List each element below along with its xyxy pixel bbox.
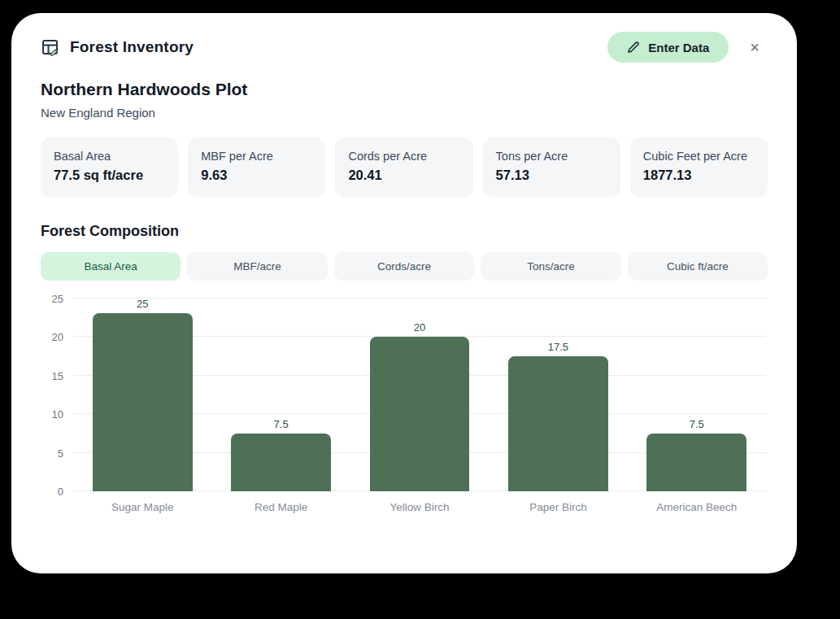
stats-row: Basal Area 77.5 sq ft/acre MBF per Acre … xyxy=(41,137,768,197)
table-edit-icon xyxy=(41,37,60,57)
bar-column: 17.5 xyxy=(489,299,627,491)
x-axis-category-label: American Beech xyxy=(628,501,766,525)
stat-value: 77.5 sq ft/acre xyxy=(54,168,165,183)
window-header: Forest Inventory Enter Data × xyxy=(29,31,779,63)
x-axis-category-label: Sugar Maple xyxy=(73,501,211,525)
tab-cords-acre[interactable]: Cords/acre xyxy=(334,252,474,281)
bar-column: 25 xyxy=(73,299,211,491)
stat-value: 9.63 xyxy=(201,168,312,183)
page-title: Forest Inventory xyxy=(70,38,194,56)
stat-value: 57.13 xyxy=(496,168,607,183)
bar-column: 7.5 xyxy=(211,299,350,491)
section-title: Forest Composition xyxy=(41,223,768,240)
x-axis-category-label: Yellow Birch xyxy=(350,501,489,525)
forest-inventory-window: Forest Inventory Enter Data × Northern H… xyxy=(11,13,797,573)
stat-label: Tons per Acre xyxy=(496,150,607,163)
stat-card-basal-area: Basal Area 77.5 sq ft/acre xyxy=(41,137,178,197)
bar-value-label: 25 xyxy=(137,299,148,309)
bar-paper-birch xyxy=(508,356,608,491)
plot-region: New England Region xyxy=(41,106,768,120)
y-axis-tick-label: 10 xyxy=(52,409,63,420)
bar-sugar-maple xyxy=(93,313,193,491)
chart-x-axis: Sugar MapleRed MapleYellow BirchPaper Bi… xyxy=(73,491,766,525)
stat-card-cords: Cords per Acre 20.41 xyxy=(335,137,472,197)
enter-data-label: Enter Data xyxy=(648,41,709,54)
tab-basal-area[interactable]: Basal Area xyxy=(41,252,181,281)
stat-label: Basal Area xyxy=(54,150,165,163)
bar-value-label: 17.5 xyxy=(548,342,568,352)
plot-title: Northern Hardwoods Plot xyxy=(41,80,768,99)
y-axis-tick-label: 15 xyxy=(52,370,63,381)
chart-plot-area: 0510152025257.52017.57.5 xyxy=(73,299,766,491)
stat-label: MBF per Acre xyxy=(201,150,312,163)
y-axis-tick-label: 20 xyxy=(52,332,63,342)
stat-card-tons: Tons per Acre 57.13 xyxy=(483,137,620,197)
pencil-icon xyxy=(627,41,640,54)
bar-american-beech xyxy=(646,434,746,491)
x-axis-category-label: Paper Birch xyxy=(489,501,627,525)
bar-value-label: 7.5 xyxy=(274,419,289,429)
bar-value-label: 7.5 xyxy=(690,419,704,429)
bars-row: 257.52017.57.5 xyxy=(73,299,766,491)
forest-composition-bar-chart: 0510152025257.52017.57.5 Sugar MapleRed … xyxy=(41,299,768,525)
close-icon: × xyxy=(750,38,759,56)
x-axis-category-label: Red Maple xyxy=(211,501,350,525)
stat-value: 20.41 xyxy=(348,168,459,183)
tab-cubic-ft-acre[interactable]: Cubic ft/acre xyxy=(628,252,768,281)
tab-mbf-acre[interactable]: MBF/acre xyxy=(187,252,327,281)
stat-value: 1877.13 xyxy=(643,168,755,183)
close-button[interactable]: × xyxy=(746,36,763,59)
stat-card-mbf: MBF per Acre 9.63 xyxy=(188,137,325,197)
enter-data-button[interactable]: Enter Data xyxy=(607,32,729,63)
stat-label: Cords per Acre xyxy=(348,150,459,163)
y-axis-tick-label: 0 xyxy=(58,486,63,497)
bar-red-maple xyxy=(231,434,331,491)
y-axis-tick-label: 25 xyxy=(52,294,63,304)
stat-label: Cubic Feet per Acre xyxy=(643,150,755,163)
bar-yellow-birch xyxy=(370,337,470,491)
bar-column: 7.5 xyxy=(628,299,766,491)
tab-tons-acre[interactable]: Tons/acre xyxy=(481,252,620,281)
metric-tabs: Basal Area MBF/acre Cords/acre Tons/acre… xyxy=(41,252,768,281)
y-axis-tick-label: 5 xyxy=(58,447,63,458)
bar-value-label: 20 xyxy=(414,322,425,333)
stat-card-cubic-feet: Cubic Feet per Acre 1877.13 xyxy=(630,137,768,197)
bar-column: 20 xyxy=(350,299,489,491)
